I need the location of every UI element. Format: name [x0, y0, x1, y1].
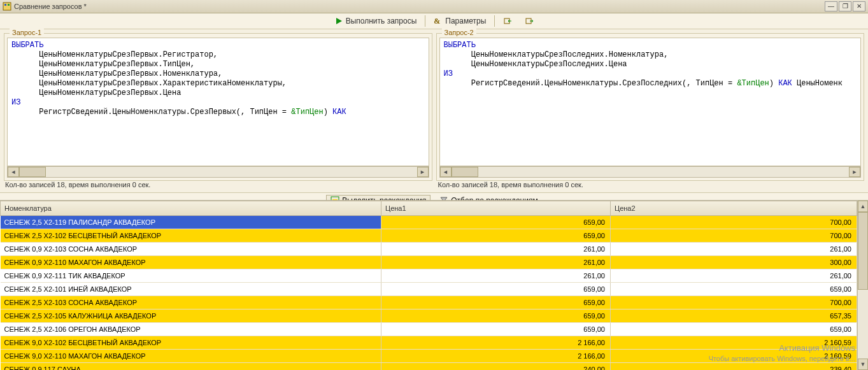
cell-name: СЕНЕЖ 9,0 Х2-110 МАХАГОН АКВАДЕКОР [1, 350, 381, 363]
cell-price1: 240,00 [381, 363, 611, 371]
svg-rect-1 [4, 4, 6, 6]
query2-status: Кол-во записей 18, время выполнения 0 се… [438, 181, 864, 189]
table-row[interactable]: СЕНЕЖ 2,5 Х2-106 ОРЕГОН АКВАДЕКОР659,006… [1, 323, 857, 336]
cell-name: СЕНЕЖ 9,0 Х2-102 БЕСЦВЕТНЫЙ АКВАДЕКОР [1, 336, 381, 350]
cell-price2: 659,00 [611, 283, 857, 296]
cell-name: СЕНЕЖ 0,9 Х2-103 СОСНА АКВАДЕКОР [1, 243, 381, 256]
svg-rect-2 [8, 4, 10, 6]
cell-price2: 700,00 [611, 229, 857, 243]
tool-button-1[interactable] [499, 15, 516, 27]
table-row[interactable]: СЕНЕЖ 0,9 Х2-103 СОСНА АКВАДЕКОР261,0026… [1, 243, 857, 256]
scroll-left-icon[interactable]: ◄ [440, 167, 452, 177]
cell-price1: 2 166,00 [381, 350, 611, 363]
col-header-name[interactable]: Номенклатура [1, 201, 381, 216]
cell-price2: 657,35 [611, 310, 857, 323]
cell-price2: 261,00 [611, 243, 857, 256]
query1-hscroll[interactable]: ◄ ► [7, 166, 429, 178]
cell-price1: 2 166,00 [381, 336, 611, 350]
scroll-right-icon[interactable]: ► [849, 167, 860, 177]
scroll-left-icon[interactable]: ◄ [8, 167, 19, 177]
titlebar: Сравнение запросов * — ❐ ✕ [0, 0, 868, 13]
cell-price2: 300,00 [611, 256, 857, 269]
table-row[interactable]: СЕНЕЖ 2,5 Х2-102 БЕСЦВЕТНЫЙ АКВАДЕКОР659… [1, 229, 857, 243]
query2-editor[interactable]: ВЫБРАТЬ ЦеныНоменклатурыСрезПоследних.Но… [439, 38, 862, 166]
query2-legend: Запрос-2 [442, 29, 476, 36]
cell-price1: 659,00 [381, 310, 611, 323]
cell-price2: 261,00 [611, 269, 857, 283]
cell-name: СЕНЕЖ 2,5 Х2-119 ПАЛИСАНДР АКВАДЕКОР [1, 216, 381, 229]
col-header-price1[interactable]: Цена1 [381, 201, 611, 216]
query1-panel: Запрос-1 ВЫБРАТЬ ЦеныНоменклатурыСрезПер… [4, 33, 432, 181]
window-title: Сравнение запросов * [14, 3, 87, 10]
table-row[interactable]: СЕНЕЖ 9,0 Х2-102 БЕСЦВЕТНЫЙ АКВАДЕКОР2 1… [1, 336, 857, 350]
cell-price1: 659,00 [381, 283, 611, 296]
cell-price1: 261,00 [381, 243, 611, 256]
cell-name: СЕНЕЖ 2,5 Х2-105 КАЛУЖНИЦА АКВАДЕКОР [1, 310, 381, 323]
svg-rect-0 [3, 3, 11, 10]
table-row[interactable]: СЕНЕЖ 0,9 Х2-111 ТИК АКВАДЕКОР261,00261,… [1, 269, 857, 283]
cell-price1: 261,00 [381, 256, 611, 269]
cell-name: СЕНЕЖ 2,5 Х2-106 ОРЕГОН АКВАДЕКОР [1, 323, 381, 336]
cell-name: СЕНЕЖ 2,5 Х2-103 СОСНА АКВАДЕКОР [1, 296, 381, 310]
query1-editor[interactable]: ВЫБРАТЬ ЦеныНоменклатурыСрезПервых.Регис… [7, 38, 429, 166]
query1-status: Кол-во записей 18, время выполнения 0 се… [5, 181, 430, 189]
query2-panel: Запрос-2 ВЫБРАТЬ ЦеныНоменклатурыСрезПос… [436, 33, 865, 181]
cell-name: СЕНЕЖ 0,9 117 САУНА [1, 363, 381, 371]
col-header-price2[interactable]: Цена2 [611, 201, 857, 216]
result-grid[interactable]: Номенклатура Цена1 Цена2 СЕНЕЖ 2,5 Х2-11… [0, 201, 857, 370]
cell-name: СЕНЕЖ 0,9 Х2-111 ТИК АКВАДЕКОР [1, 269, 381, 283]
tool-button-2[interactable] [520, 15, 538, 27]
svg-marker-3 [336, 18, 342, 24]
parameters-button[interactable]: & Параметры [429, 15, 490, 27]
cell-price1: 659,00 [381, 296, 611, 310]
cell-name: СЕНЕЖ 2,5 Х2-101 ИНЕЙ АКВАДЕКОР [1, 283, 381, 296]
table-row[interactable]: СЕНЕЖ 2,5 Х2-105 КАЛУЖНИЦА АКВАДЕКОР659,… [1, 310, 857, 323]
cell-price2: 700,00 [611, 296, 857, 310]
cell-price1: 261,00 [381, 269, 611, 283]
table-row[interactable]: СЕНЕЖ 9,0 Х2-110 МАХАГОН АКВАДЕКОР2 166,… [1, 350, 857, 363]
close-button[interactable]: ✕ [853, 1, 865, 11]
table-row[interactable]: СЕНЕЖ 2,5 Х2-103 СОСНА АКВАДЕКОР659,0070… [1, 296, 857, 310]
maximize-button[interactable]: ❐ [839, 1, 851, 11]
table-arrow-left-icon [503, 17, 512, 25]
scroll-down-icon[interactable]: ▼ [858, 359, 868, 370]
ampersand-icon: & [434, 17, 443, 25]
play-icon [334, 17, 343, 25]
cell-price2: 700,00 [611, 216, 857, 229]
cell-price2: 659,00 [611, 323, 857, 336]
query1-legend: Запрос-1 [10, 29, 44, 36]
scroll-up-icon[interactable]: ▲ [858, 201, 868, 212]
cell-price2: 2 160,59 [611, 336, 857, 350]
minimize-button[interactable]: — [825, 1, 837, 11]
query2-hscroll[interactable]: ◄ ► [439, 166, 862, 178]
cell-price1: 659,00 [381, 216, 611, 229]
table-row[interactable]: СЕНЕЖ 0,9 Х2-110 МАХАГОН АКВАДЕКОР261,00… [1, 256, 857, 269]
cell-price2: 239,40 [611, 363, 857, 371]
scroll-right-icon[interactable]: ► [417, 167, 429, 177]
cell-price2: 2 160,59 [611, 350, 857, 363]
app-icon [3, 2, 11, 11]
table-row[interactable]: СЕНЕЖ 0,9 117 САУНА240,00239,40 [1, 363, 857, 371]
cell-name: СЕНЕЖ 2,5 Х2-102 БЕСЦВЕТНЫЙ АКВАДЕКОР [1, 229, 381, 243]
table-arrow-right-icon [525, 17, 534, 25]
svg-rect-4 [504, 18, 509, 24]
cell-price1: 659,00 [381, 229, 611, 243]
table-row[interactable]: СЕНЕЖ 2,5 Х2-101 ИНЕЙ АКВАДЕКОР659,00659… [1, 283, 857, 296]
run-queries-button[interactable]: Выполнить запросы [330, 15, 422, 27]
cell-name: СЕНЕЖ 0,9 Х2-110 МАХАГОН АКВАДЕКОР [1, 256, 381, 269]
cell-price1: 659,00 [381, 323, 611, 336]
table-row[interactable]: СЕНЕЖ 2,5 Х2-119 ПАЛИСАНДР АКВАДЕКОР659,… [1, 216, 857, 229]
grid-vscroll[interactable]: ▲ ▼ [857, 201, 868, 370]
main-toolbar: Выполнить запросы & Параметры [0, 13, 868, 29]
